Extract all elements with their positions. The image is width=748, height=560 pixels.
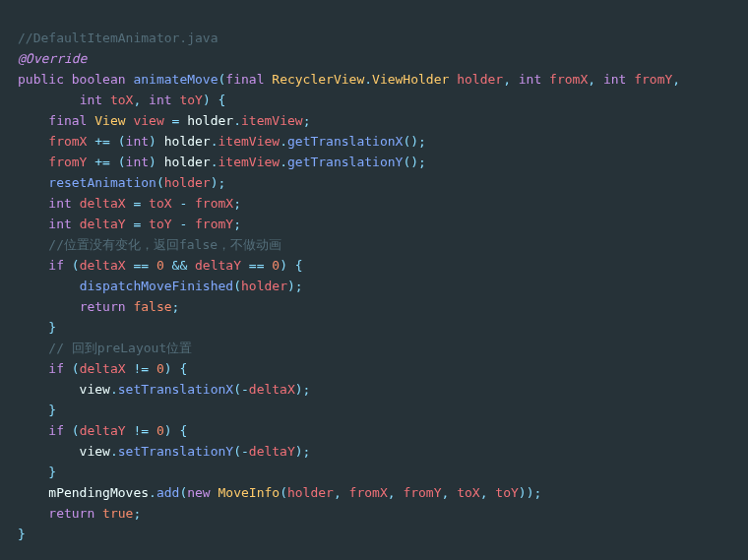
code-token: . (110, 382, 118, 397)
code-token: } (48, 320, 56, 335)
code-token (110, 134, 118, 149)
code-token: - (241, 444, 249, 459)
code-token (18, 237, 48, 252)
code-token: . (149, 485, 156, 500)
code-token: () (403, 155, 418, 169)
code-token: . (110, 444, 118, 459)
code-token: ) (164, 361, 172, 376)
code-token (18, 134, 48, 149)
code-token: . (364, 72, 372, 87)
code-token: { (179, 361, 187, 376)
code-token (211, 485, 218, 500)
code-token (241, 258, 249, 273)
code-token: view (18, 444, 110, 459)
code-token: setTranslationY (118, 444, 233, 459)
code-token: += (94, 134, 110, 149)
code-token: deltaX (80, 258, 126, 273)
code-token: ) (149, 134, 156, 149)
code-token (18, 196, 48, 211)
code-token: { (179, 423, 187, 438)
code-token: , (588, 72, 595, 87)
code-token: if (48, 423, 64, 438)
code-token: ) (280, 258, 287, 273)
code-token: new (187, 485, 210, 500)
code-token (149, 258, 156, 273)
code-token: , (672, 72, 680, 87)
code-token: deltaY (80, 217, 126, 231)
code-token (141, 217, 149, 231)
code-token: deltaY (249, 444, 295, 459)
code-token: holder (457, 72, 503, 87)
code-token: { (295, 258, 303, 273)
code-token: ) (211, 175, 218, 190)
code-token (18, 258, 48, 273)
code-token (187, 196, 195, 211)
code-token (164, 258, 172, 273)
code-token: ( (156, 175, 164, 190)
code-token: ( (280, 485, 287, 500)
code-token: ; (303, 113, 311, 128)
code-token: fromY (48, 155, 87, 169)
code-token: ( (72, 361, 80, 376)
code-token: int (149, 93, 171, 107)
code-token: ( (118, 155, 126, 169)
code-token (18, 155, 48, 169)
code-token (149, 361, 156, 376)
code-token (187, 258, 195, 273)
code-token (18, 279, 80, 293)
code-token: mPendingMoves (18, 485, 149, 500)
code-token: toX (149, 196, 171, 211)
code-token: final (48, 113, 87, 128)
code-token: fromY (634, 72, 672, 87)
code-token: itemView (241, 113, 303, 128)
code-token: fromX (349, 485, 388, 500)
code-token: { (218, 93, 226, 107)
code-token: boolean (72, 72, 126, 87)
code-token (72, 196, 80, 211)
code-token: ( (233, 279, 241, 293)
code-token: animateMove (133, 72, 218, 87)
code-token: holder (156, 155, 211, 169)
code-token: . (211, 155, 218, 169)
code-token: toX (457, 485, 479, 500)
code-token (102, 93, 110, 107)
code-token: fromY (195, 217, 233, 231)
code-token: ; (233, 217, 241, 231)
code-token: ( (233, 382, 241, 397)
code-token: 0 (272, 258, 280, 273)
code-token: toX (110, 93, 133, 107)
code-token: ViewHolder (372, 72, 449, 87)
code-token: View (94, 113, 125, 128)
code-token: return (48, 506, 94, 521)
code-token (141, 93, 149, 107)
code-token: int (126, 134, 149, 149)
code-token: deltaX (80, 196, 126, 211)
code-token: )) (519, 485, 534, 500)
code-block: //DefaultItemAnimator.java @Override pub… (0, 0, 748, 560)
code-token: - (241, 382, 249, 397)
code-token (287, 258, 295, 273)
code-token (211, 93, 218, 107)
code-token: ) (164, 423, 172, 438)
code-token: ) (149, 155, 156, 169)
code-token (511, 72, 519, 87)
code-token: += (94, 155, 110, 169)
code-token (64, 423, 72, 438)
code-token: false (133, 299, 171, 314)
code-token: @Override (18, 51, 87, 66)
code-token: ; (172, 299, 180, 314)
code-token (141, 196, 149, 211)
code-token (18, 506, 48, 521)
code-token: public (18, 72, 64, 87)
code-token: ( (118, 134, 126, 149)
code-token: 0 (156, 258, 164, 273)
code-token (18, 175, 48, 190)
code-token (18, 341, 48, 355)
code-token: fromX (195, 196, 233, 211)
code-token: fromX (48, 134, 87, 149)
code-token: itemView (218, 155, 280, 169)
code-token (164, 113, 172, 128)
code-token (449, 72, 457, 87)
code-token (18, 465, 48, 479)
code-token: // 回到preLayout位置 (48, 341, 192, 355)
